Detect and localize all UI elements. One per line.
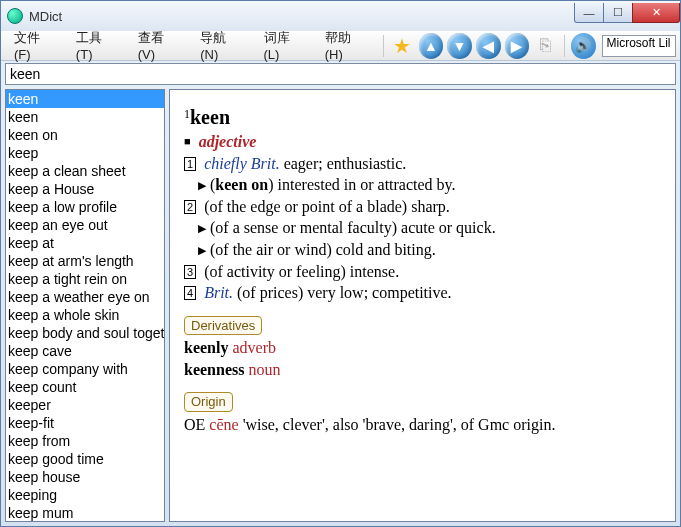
window-controls: — ☐ ✕ — [575, 3, 680, 23]
down-arrow-icon[interactable]: ▼ — [447, 33, 472, 59]
app-icon — [7, 8, 23, 24]
origin-label: Origin — [184, 392, 233, 412]
list-item[interactable]: keep count — [6, 378, 164, 396]
close-button[interactable]: ✕ — [632, 3, 680, 23]
list-item[interactable]: keep body and soul together — [6, 324, 164, 342]
definition-line: ▶ (of the air or wind) cold and biting. — [198, 239, 661, 261]
list-item[interactable]: keep at arm's length — [6, 252, 164, 270]
list-item[interactable]: keep house — [6, 468, 164, 486]
maximize-button[interactable]: ☐ — [603, 3, 633, 23]
content-area: keenkeenkeen onkeepkeep a clean sheetkee… — [5, 89, 676, 522]
triangle-icon: ▶ — [198, 179, 206, 191]
region-label: Brit. — [204, 284, 233, 301]
origin-text: OE cēne 'wise, clever', also 'brave, dar… — [184, 414, 661, 436]
sense-number: 2 — [184, 200, 196, 214]
list-item[interactable]: keep a House — [6, 180, 164, 198]
forward-arrow-icon[interactable]: ▶ — [505, 33, 530, 59]
list-item[interactable]: keep-fit — [6, 414, 164, 432]
derivative-line: keenness noun — [184, 359, 661, 381]
list-item[interactable]: keep an eye out — [6, 216, 164, 234]
list-item[interactable]: keep a tight rein on — [6, 270, 164, 288]
dictionary-select[interactable]: Microsoft Lil — [602, 35, 677, 57]
headword: keen — [190, 106, 230, 128]
square-bullet-icon: ■ — [184, 135, 191, 147]
list-item[interactable]: keep company with — [6, 360, 164, 378]
menu-file[interactable]: 文件 (F) — [5, 25, 67, 66]
menu-view[interactable]: 查看 (V) — [129, 25, 192, 66]
search-input[interactable] — [6, 64, 675, 84]
list-item[interactable]: keep at — [6, 234, 164, 252]
part-of-speech: adjective — [199, 133, 257, 150]
list-item[interactable]: keen on — [6, 126, 164, 144]
derivative-line: keenly adverb — [184, 337, 661, 359]
list-item[interactable]: keep good time — [6, 450, 164, 468]
definition-line: 3 (of activity or feeling) intense. — [184, 261, 661, 283]
minimize-button[interactable]: — — [574, 3, 604, 23]
back-arrow-icon[interactable]: ◀ — [476, 33, 501, 59]
list-item[interactable]: keen — [6, 90, 164, 108]
list-item[interactable]: keeping — [6, 486, 164, 504]
region-label: chiefly Brit. — [204, 155, 280, 172]
derivatives-list: keenly adverbkeenness noun — [184, 337, 661, 380]
definition-line: ▶ (of a sense or mental faculty) acute o… — [198, 217, 661, 239]
definitions: 1 chiefly Brit. eager; enthusiastic.▶ (k… — [184, 153, 661, 304]
list-item[interactable]: keep a low profile — [6, 198, 164, 216]
sense-number: 1 — [184, 157, 196, 171]
speaker-icon[interactable]: 🔊 — [571, 33, 596, 59]
search-bar — [5, 63, 676, 85]
window-title: MDict — [29, 9, 575, 24]
list-item[interactable]: keep a weather eye on — [6, 288, 164, 306]
list-item[interactable]: keep a whole skin — [6, 306, 164, 324]
derivatives-label: Derivatives — [184, 316, 262, 336]
definition-line: 2 (of the edge or point of a blade) shar… — [184, 196, 661, 218]
list-item[interactable]: keeper — [6, 396, 164, 414]
list-item[interactable]: keep cave — [6, 342, 164, 360]
list-item[interactable]: keep a clean sheet — [6, 162, 164, 180]
menu-nav[interactable]: 导航 (N) — [191, 25, 254, 66]
headword-line: 1keen — [184, 104, 661, 131]
definition-line: 1 chiefly Brit. eager; enthusiastic. — [184, 153, 661, 175]
list-item[interactable]: keen — [6, 108, 164, 126]
pos-line: ■ adjective — [184, 131, 661, 153]
menu-help[interactable]: 帮助 (H) — [316, 25, 379, 66]
copy-icon[interactable]: ⎘ — [533, 33, 558, 59]
menu-thesaurus[interactable]: 词库 (L) — [255, 25, 316, 66]
list-item[interactable]: keep mum — [6, 504, 164, 522]
app-window: MDict — ☐ ✕ 文件 (F) 工具 (T) 查看 (V) 导航 (N) … — [0, 0, 681, 527]
word-list[interactable]: keenkeenkeen onkeepkeep a clean sheetkee… — [5, 89, 165, 522]
sense-number: 3 — [184, 265, 196, 279]
separator — [383, 35, 384, 57]
menu-tools[interactable]: 工具 (T) — [67, 25, 129, 66]
menubar: 文件 (F) 工具 (T) 查看 (V) 导航 (N) 词库 (L) 帮助 (H… — [1, 31, 680, 61]
definition-line: 4 Brit. (of prices) very low; competitiv… — [184, 282, 661, 304]
list-item[interactable]: keep — [6, 144, 164, 162]
triangle-icon: ▶ — [198, 222, 206, 234]
list-item[interactable]: keep from — [6, 432, 164, 450]
sense-number: 4 — [184, 286, 196, 300]
favorite-icon[interactable]: ★ — [390, 33, 415, 59]
separator — [564, 35, 565, 57]
entry-pane: 1keen ■ adjective 1 chiefly Brit. eager;… — [169, 89, 676, 522]
triangle-icon: ▶ — [198, 244, 206, 256]
up-arrow-icon[interactable]: ▲ — [419, 33, 444, 59]
definition-line: ▶ (keen on) interested in or attracted b… — [198, 174, 661, 196]
